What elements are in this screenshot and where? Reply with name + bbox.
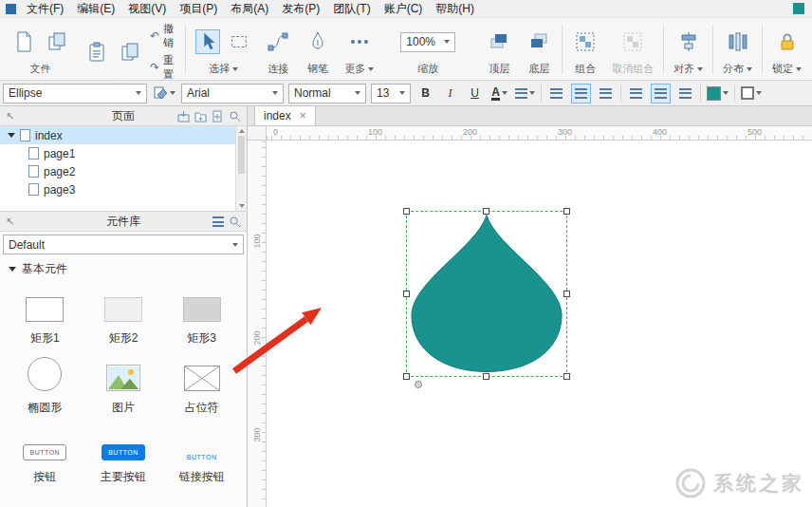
- resize-handle-ne[interactable]: [563, 208, 570, 215]
- group-button[interactable]: [572, 28, 599, 55]
- widget-rect1[interactable]: 矩形1: [6, 282, 84, 351]
- menu-account[interactable]: 账户(C): [378, 1, 430, 17]
- menu-publish[interactable]: 发布(P): [275, 1, 326, 17]
- undo-button[interactable]: ↶ 撤销: [150, 22, 175, 50]
- design-canvas[interactable]: [267, 141, 812, 507]
- resize-handle-w[interactable]: [403, 291, 410, 297]
- align-button[interactable]: [675, 28, 702, 55]
- menu-team[interactable]: 团队(T): [326, 1, 377, 17]
- pages-scrollbar[interactable]: [235, 126, 247, 211]
- menu-project[interactable]: 项目(P): [173, 1, 224, 17]
- menu-file[interactable]: 文件(F): [20, 1, 70, 17]
- bring-to-front-button[interactable]: [486, 28, 512, 55]
- connect-tool-button[interactable]: [265, 28, 291, 55]
- widgets-section-header[interactable]: 基本元件: [0, 257, 247, 280]
- menu-layout[interactable]: 布局(A): [224, 1, 275, 17]
- collapse-panel-icon[interactable]: ↖: [6, 216, 14, 228]
- widget-placeholder[interactable]: 占位符: [162, 351, 241, 421]
- tree-item-label: page1: [44, 147, 75, 160]
- border-style-button[interactable]: [740, 84, 763, 103]
- widget-ellipse[interactable]: 椭圆形: [6, 351, 84, 421]
- font-family-select[interactable]: Arial: [181, 84, 284, 103]
- align-center-button[interactable]: [571, 84, 591, 103]
- copy-button[interactable]: [117, 39, 143, 66]
- distribute-button[interactable]: [725, 28, 751, 55]
- style-manager-button[interactable]: [152, 84, 176, 103]
- tab-index[interactable]: index ×: [254, 105, 316, 125]
- pen-tool-button[interactable]: [304, 28, 331, 55]
- shape-selection[interactable]: [406, 211, 567, 377]
- library-select-row: Default: [0, 232, 247, 257]
- tab-close-icon[interactable]: ×: [300, 111, 306, 121]
- library-menu-icon[interactable]: [212, 216, 224, 227]
- zoom-select[interactable]: 100%: [400, 32, 455, 52]
- toolbar-separator: [663, 25, 664, 74]
- menu-help[interactable]: 帮助(H): [429, 1, 481, 17]
- widget-image[interactable]: 图片: [84, 351, 163, 421]
- font-color-button[interactable]: A: [489, 84, 509, 103]
- toolbar-separator: [762, 25, 763, 74]
- ungroup-label: 取消组合: [612, 62, 654, 76]
- tab-bar: index ×: [248, 106, 812, 126]
- line-spacing-button[interactable]: [514, 84, 536, 103]
- lock-button[interactable]: [774, 28, 801, 55]
- collapse-panel-icon[interactable]: ↖: [6, 110, 14, 122]
- resize-handle-sw[interactable]: [403, 373, 410, 380]
- valign-top-button[interactable]: [626, 84, 646, 103]
- main-toolbar: 文件: [0, 18, 812, 81]
- send-to-back-button[interactable]: [526, 28, 552, 55]
- ruler-row: 0 100 200 300 400 500: [248, 126, 812, 141]
- expand-arrow-icon[interactable]: [8, 133, 15, 138]
- resize-handle-nw[interactable]: [403, 208, 410, 215]
- copy-icon: [119, 41, 141, 64]
- add-page-icon[interactable]: [212, 110, 224, 122]
- valign-middle-button[interactable]: [651, 84, 671, 103]
- widget-primary-button[interactable]: BUTTON 主要按钮: [84, 421, 163, 490]
- scroll-down-icon[interactable]: [239, 204, 245, 208]
- search-icon[interactable]: [229, 216, 241, 228]
- import-page-icon[interactable]: [177, 110, 190, 122]
- valign-bottom-button[interactable]: [675, 84, 695, 103]
- teardrop-shape[interactable]: [408, 213, 565, 375]
- tree-item-page2[interactable]: page2: [0, 162, 247, 180]
- menu-edit[interactable]: 编辑(E): [70, 1, 121, 17]
- fill-color-button[interactable]: [706, 84, 729, 103]
- connect-group: 连接: [258, 21, 298, 78]
- font-weight-select[interactable]: Normal: [288, 84, 366, 103]
- resize-handle-s[interactable]: [483, 373, 489, 380]
- ungroup-button[interactable]: [619, 28, 646, 55]
- widget-button[interactable]: BUTTON 按钮: [6, 421, 84, 490]
- more-group: 更多: [338, 21, 380, 78]
- resize-handle-e[interactable]: [563, 291, 570, 297]
- align-left-button[interactable]: [546, 84, 566, 103]
- library-select[interactable]: Default: [3, 235, 244, 254]
- bold-button[interactable]: B: [415, 84, 435, 103]
- rotate-handle[interactable]: [415, 381, 422, 388]
- more-button[interactable]: [345, 29, 374, 54]
- widget-rect3[interactable]: 矩形3: [162, 282, 241, 351]
- paste-button[interactable]: [83, 39, 110, 66]
- tree-item-page3[interactable]: page3: [0, 180, 247, 198]
- italic-button[interactable]: I: [440, 84, 460, 103]
- new-file-button[interactable]: [10, 28, 37, 55]
- widget-link-button[interactable]: BUTTON 链接按钮: [162, 421, 241, 490]
- open-file-button[interactable]: [44, 28, 70, 55]
- menu-view[interactable]: 视图(V): [121, 1, 173, 17]
- tree-item-page1[interactable]: page1: [0, 144, 247, 162]
- widget-rect2[interactable]: 矩形2: [84, 282, 163, 351]
- search-icon[interactable]: [229, 110, 241, 122]
- align-right-button[interactable]: [596, 84, 616, 103]
- marquee-tool-button[interactable]: [227, 29, 251, 54]
- add-folder-icon[interactable]: [194, 110, 207, 122]
- scroll-thumb[interactable]: [238, 136, 245, 174]
- underline-button[interactable]: U: [465, 84, 485, 103]
- valign-middle-icon: [655, 88, 667, 99]
- resize-handle-n[interactable]: [483, 208, 489, 215]
- redo-button[interactable]: ↷ 重置: [150, 53, 175, 82]
- resize-handle-se[interactable]: [563, 373, 570, 380]
- scroll-up-icon[interactable]: [239, 129, 245, 133]
- tree-item-index[interactable]: index: [0, 126, 247, 144]
- shape-style-select[interactable]: Ellipse: [3, 84, 147, 103]
- font-size-select[interactable]: 13: [371, 84, 411, 103]
- select-tool-button[interactable]: [195, 29, 220, 54]
